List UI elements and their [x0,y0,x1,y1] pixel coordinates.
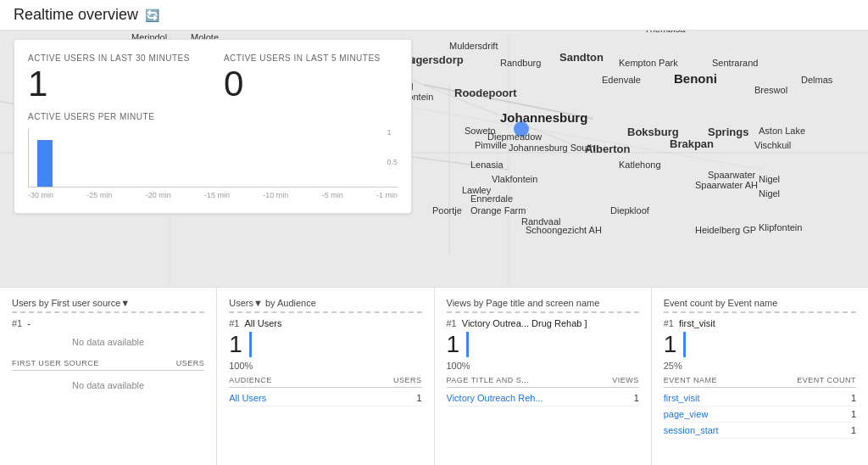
card4-rank-name: first_visit [679,318,715,328]
card2-percent: 100% [229,361,421,371]
card4-table-header: EVENT NAME EVENT COUNT [664,376,856,388]
card3-mini-bar [466,332,469,357]
card4-rank: #1 [664,318,674,328]
card-events: Event count by Event name #1 first_visit… [652,288,868,465]
chart-section: ACTIVE USERS PER MINUTE 1 0.5 -30 min -2… [28,112,398,199]
table-row[interactable]: session_start1 [664,423,856,439]
table-row[interactable]: All Users1 [229,390,421,406]
row-name: page_view [664,409,709,419]
table-row[interactable]: page_view1 [664,406,856,423]
card2-mini-bar [249,332,252,357]
svg-point-8 [514,121,529,137]
refresh-icon[interactable]: 🔄 [145,8,159,22]
y-mid: 0.5 [387,158,398,166]
card3-rank-name: Victory Outrea... Drug Rehab ] [462,318,587,328]
active-5-label: ACTIVE USERS IN LAST 5 MINUTES [224,53,381,63]
card3-table-header: PAGE TITLE AND S... VIEWS [447,376,639,388]
card4-title[interactable]: Event count by Event name [664,298,856,313]
card3-title[interactable]: Views by Page title and screen name [447,298,639,313]
card1-title[interactable]: Users by First user source▼ [12,298,204,313]
card4-col1: EVENT NAME [664,376,717,384]
chart-area: 1 0.5 [28,128,398,188]
chart-y-labels: 1 0.5 [387,128,398,187]
card4-mini-bar [683,332,686,357]
card2-col1: AUDIENCE [229,376,272,384]
active-30-label: ACTIVE USERS IN LAST 30 MINUTES [28,53,190,63]
row-name: first_visit [664,393,700,403]
card4-percent: 25% [664,361,856,371]
card2-rank: #1 [229,318,239,328]
card4-metric-value: 1 [664,333,677,356]
card1-no-data2: No data available [12,373,204,397]
card3-col1: PAGE TITLE AND S... [447,376,530,384]
row-value: 1 [851,409,856,419]
card-first-user-source: Users by First user source▼ #1 - No data… [0,288,217,465]
active-5-value: 0 [224,66,381,102]
card4-rows: first_visit1page_view1session_start1 [664,390,856,439]
card3-rows: Victory Outreach Reh...1 [447,390,639,406]
card1-rank-name: - [27,318,31,328]
x-label-6: -5 min [322,191,343,199]
x-label-4: -15 min [204,191,230,199]
card3-metric-value: 1 [447,333,460,356]
chart-bar [37,140,53,187]
row-name: Victory Outreach Reh... [447,393,543,403]
row-value: 1 [851,393,856,403]
chart-label: ACTIVE USERS PER MINUTE [28,112,398,121]
active-30-group: ACTIVE USERS IN LAST 30 MINUTES 1 [28,53,190,102]
stats-card: ACTIVE USERS IN LAST 30 MINUTES 1 ACTIVE… [14,39,412,214]
card1-table-header: FIRST USER SOURCE USERS [12,359,204,371]
card4-col2: EVENT COUNT [797,376,856,384]
svg-line-7 [381,102,763,170]
card1-col1: FIRST USER SOURCE [12,359,99,367]
x-label-5: -10 min [263,191,288,199]
row-value: 1 [634,393,639,403]
card1-rank: #1 [12,318,22,328]
header-bar: Realtime overview 🔄 [0,0,868,31]
active-5-group: ACTIVE USERS IN LAST 5 MINUTES 0 [224,53,381,102]
card3-col2: VIEWS [612,376,639,384]
row-name: All Users [229,393,266,403]
table-row[interactable]: Victory Outreach Reh...1 [447,390,639,406]
active-30-value: 1 [28,66,190,102]
card1-no-data: No data available [12,330,204,354]
row-name: session_start [664,425,719,435]
map-section: BoonsMagaliesburgChartwellMidrandElandsf… [0,0,868,289]
y-max: 1 [387,128,398,137]
card-audience: Users▼ by Audience #1 All Users 1 100% A… [217,288,434,465]
card2-rank-name: All Users [245,318,282,328]
row-value: 1 [416,393,421,403]
row-value: 1 [851,425,856,435]
card4-metric: 1 [664,332,856,357]
page-title: Realtime overview [14,6,138,24]
bottom-section: Users by First user source▼ #1 - No data… [0,287,868,465]
card1-col2: USERS [176,359,205,367]
chart-x-labels: -30 min -25 min -20 min -15 min -10 min … [28,191,398,199]
table-row[interactable]: first_visit1 [664,390,856,406]
x-label-1: -30 min [28,191,53,199]
x-label-7: -1 min [376,191,398,199]
card2-table-header: AUDIENCE USERS [229,376,421,388]
card2-title[interactable]: Users▼ by Audience [229,298,421,313]
card2-col2: USERS [393,376,422,384]
card2-metric: 1 [229,332,421,357]
card3-rank: #1 [447,318,457,328]
card-views: Views by Page title and screen name #1 V… [435,288,652,465]
card3-percent: 100% [447,361,639,371]
x-label-2: -25 min [86,191,112,199]
x-label-3: -20 min [146,191,171,199]
card3-metric: 1 [447,332,639,357]
card2-metric-value: 1 [229,333,242,356]
card2-rows: All Users1 [229,390,421,406]
